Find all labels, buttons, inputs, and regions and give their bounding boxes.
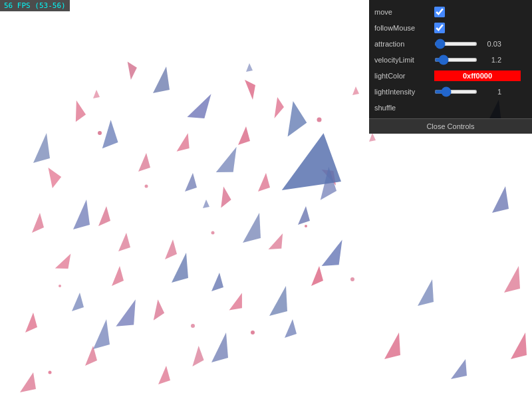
svg-marker-55 bbox=[211, 273, 223, 291]
svg-point-22 bbox=[317, 118, 322, 122]
lightcolor-row: lightColor 0xff0000 bbox=[369, 68, 532, 84]
svg-point-26 bbox=[305, 225, 307, 227]
svg-point-27 bbox=[350, 277, 354, 281]
lightintensity-value: 1 bbox=[481, 88, 501, 96]
svg-marker-59 bbox=[511, 332, 527, 359]
shuffle-label: shuffle bbox=[374, 104, 434, 112]
svg-marker-60 bbox=[20, 372, 36, 392]
svg-point-25 bbox=[145, 185, 148, 188]
svg-marker-31 bbox=[153, 66, 170, 93]
svg-marker-8 bbox=[245, 80, 255, 100]
fps-label: 56 FPS (53-56) bbox=[4, 1, 66, 10]
svg-marker-39 bbox=[269, 286, 287, 316]
svg-marker-50 bbox=[258, 173, 270, 192]
svg-marker-64 bbox=[93, 90, 100, 98]
svg-marker-61 bbox=[451, 359, 467, 379]
svg-marker-0 bbox=[69, 99, 87, 122]
svg-point-28 bbox=[49, 371, 52, 374]
svg-marker-7 bbox=[150, 299, 166, 321]
svg-marker-3 bbox=[98, 206, 110, 226]
lightintensity-slider[interactable] bbox=[434, 90, 477, 94]
svg-marker-41 bbox=[277, 132, 342, 190]
svg-marker-49 bbox=[72, 293, 84, 311]
svg-marker-36 bbox=[116, 297, 138, 330]
velocitylimit-row: velocityLimit 1.2 bbox=[369, 52, 532, 68]
svg-marker-9 bbox=[269, 231, 287, 253]
velocitylimit-label: velocityLimit bbox=[374, 56, 434, 64]
svg-marker-6 bbox=[55, 250, 74, 273]
svg-marker-35 bbox=[243, 213, 261, 243]
svg-marker-12 bbox=[311, 266, 323, 286]
svg-marker-67 bbox=[203, 200, 209, 208]
move-label: move bbox=[374, 8, 434, 16]
attraction-value: 0.03 bbox=[481, 40, 501, 48]
svg-marker-18 bbox=[267, 97, 287, 120]
svg-marker-43 bbox=[211, 332, 228, 362]
svg-marker-47 bbox=[185, 173, 197, 192]
svg-marker-53 bbox=[285, 319, 297, 338]
svg-marker-15 bbox=[85, 346, 97, 366]
svg-point-23 bbox=[59, 285, 61, 287]
svg-marker-17 bbox=[112, 266, 124, 286]
lightintensity-label: lightIntensity bbox=[374, 88, 434, 96]
svg-marker-2 bbox=[43, 164, 64, 188]
svg-marker-32 bbox=[216, 144, 240, 177]
move-row: move bbox=[369, 4, 532, 20]
svg-marker-13 bbox=[32, 213, 44, 233]
velocitylimit-slider[interactable] bbox=[434, 58, 477, 62]
svg-marker-11 bbox=[191, 346, 205, 366]
svg-marker-14 bbox=[229, 291, 246, 313]
svg-marker-48 bbox=[238, 126, 250, 145]
svg-marker-33 bbox=[73, 200, 90, 229]
svg-point-24 bbox=[251, 331, 255, 334]
svg-marker-37 bbox=[172, 253, 188, 283]
svg-marker-5 bbox=[216, 186, 233, 208]
close-controls-button[interactable]: Close Controls bbox=[369, 118, 532, 134]
attraction-label: attraction bbox=[374, 40, 434, 48]
svg-marker-51 bbox=[298, 206, 310, 225]
svg-marker-4 bbox=[177, 132, 192, 154]
svg-marker-19 bbox=[165, 239, 177, 259]
svg-marker-56 bbox=[492, 186, 509, 213]
svg-point-21 bbox=[211, 231, 215, 235]
svg-marker-40 bbox=[187, 89, 213, 123]
svg-marker-57 bbox=[504, 266, 520, 293]
svg-marker-68 bbox=[369, 133, 376, 142]
shuffle-row: shuffle bbox=[369, 100, 532, 116]
lightcolor-label: lightColor bbox=[374, 72, 434, 80]
controls-panel: move followMouse attraction 0.03 velocit… bbox=[369, 0, 532, 134]
svg-marker-62 bbox=[384, 332, 400, 359]
followmouse-checkbox[interactable] bbox=[434, 23, 445, 33]
svg-marker-44 bbox=[322, 237, 344, 269]
velocitylimit-value: 1.2 bbox=[481, 56, 501, 64]
followmouse-row: followMouse bbox=[369, 20, 532, 36]
svg-point-20 bbox=[98, 131, 102, 135]
lightcolor-button[interactable]: 0xff0000 bbox=[434, 70, 521, 81]
svg-marker-65 bbox=[246, 63, 253, 72]
lightintensity-row: lightIntensity 1 bbox=[369, 84, 532, 100]
svg-marker-1 bbox=[123, 62, 138, 80]
fps-display: 56 FPS (53-56) bbox=[0, 0, 70, 11]
svg-marker-46 bbox=[138, 153, 150, 172]
followmouse-label: followMouse bbox=[374, 24, 434, 32]
svg-point-29 bbox=[191, 324, 195, 328]
attraction-slider[interactable] bbox=[434, 42, 477, 46]
svg-marker-42 bbox=[93, 319, 110, 349]
svg-marker-10 bbox=[25, 313, 37, 332]
svg-marker-52 bbox=[118, 233, 130, 251]
svg-marker-45 bbox=[33, 133, 50, 163]
svg-marker-63 bbox=[418, 279, 434, 306]
svg-marker-54 bbox=[158, 366, 170, 384]
svg-marker-66 bbox=[352, 86, 359, 95]
move-checkbox[interactable] bbox=[434, 7, 445, 17]
attraction-row: attraction 0.03 bbox=[369, 36, 532, 52]
